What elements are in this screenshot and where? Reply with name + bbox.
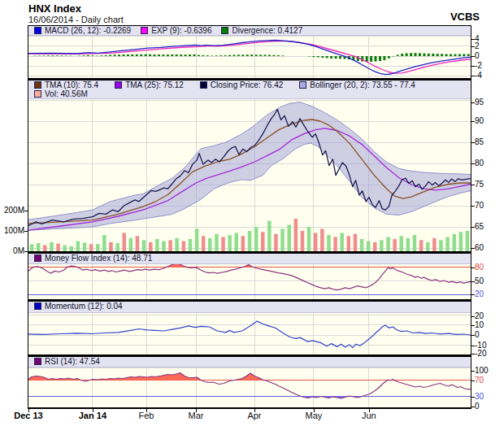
y-axis-label: 2 (475, 42, 502, 50)
axis-tick (471, 316, 475, 317)
chart-subtitle: 16/06/2014 - Daily chart (28, 15, 124, 24)
legend-label: Bollinger (20, 2): 73.55 - 77.4 (310, 80, 415, 89)
mfi-swatch (34, 254, 41, 262)
y-axis-label: 50 (475, 277, 502, 285)
axis-tick (471, 39, 475, 40)
axis-tick (471, 407, 475, 407)
legend-item: RSI (14): 47.54 (34, 357, 100, 366)
bollinger-swatch (299, 81, 306, 89)
legend-rsi: RSI (14): 47.54 (28, 357, 471, 368)
y-axis-label: 90 (475, 117, 502, 125)
axis-tick (471, 381, 475, 381)
volume-swatch (34, 90, 41, 98)
axis-tick (471, 163, 475, 164)
axis-tick (471, 335, 475, 336)
closing-price-swatch (200, 81, 207, 89)
axis-tick (471, 46, 475, 47)
legend-mom: Momentum (12): 0.04 (28, 302, 471, 313)
y-axis-label: 10 (475, 321, 502, 329)
y-axis-label: 0 (475, 331, 502, 339)
y-axis-label: 70 (475, 202, 502, 210)
mfi-plot (28, 264, 471, 299)
y-axis-label: -2 (475, 62, 502, 70)
legend-item: Money Flow Index (14): 48.71 (34, 254, 152, 263)
y-axis-label: 80 (475, 263, 502, 272)
volume-axis-label: 100M (0, 227, 24, 235)
exp-swatch (141, 27, 148, 34)
y-axis-label: 80 (475, 159, 502, 167)
axis-tick (196, 409, 197, 412)
y-axis-label: 30 (475, 393, 502, 401)
macd-swatch (34, 27, 41, 34)
momentum-swatch (34, 302, 41, 310)
y-axis-label: -10 (475, 341, 502, 350)
y-axis-label: 0 (475, 52, 502, 60)
mom-plot (28, 313, 471, 355)
macd-plot (28, 36, 471, 78)
legend-label: Closing Price: 76.42 (211, 80, 284, 89)
main-plot (28, 99, 471, 251)
divergence-swatch (221, 27, 228, 34)
legend-item: Closing Price: 76.42 (200, 80, 284, 89)
legend-label: Divergence: 0.4127 (232, 26, 302, 35)
chart-panel-macd: MACD (26, 12): -0.2269EXP (9): -0.6396Di… (28, 25, 471, 80)
page-title: HNX Index (28, 2, 81, 15)
legend-label: Money Flow Index (14): 48.71 (45, 254, 152, 263)
axis-tick (471, 354, 475, 355)
y-axis-label: 20 (475, 312, 502, 320)
legend-label: RSI (14): 47.54 (45, 357, 100, 366)
brand-logo: VCBS (450, 11, 480, 23)
axis-tick (471, 346, 475, 346)
axis-tick (471, 56, 475, 57)
legend-label: MACD (26, 12): -0.2269 (45, 26, 131, 35)
legend-label: TMA (10): 75.4 (45, 80, 98, 89)
axis-tick (471, 227, 475, 228)
axis-tick (28, 409, 29, 412)
axis-tick (471, 206, 475, 207)
axis-tick (471, 294, 475, 295)
axis-tick (471, 281, 475, 282)
y-axis-label: 100 (475, 367, 502, 375)
legend-item: TMA (10): 75.4 (34, 80, 98, 89)
legend-main: TMA (10): 75.4TMA (25): 75.12Closing Pri… (28, 80, 471, 99)
chart-panel-rsi: RSI (14): 47.54 (28, 356, 471, 409)
axis-tick (314, 409, 315, 412)
axis-tick (369, 409, 370, 412)
axis-tick (93, 409, 93, 412)
axis-tick (471, 185, 475, 185)
chart-panel-mfi: Money Flow Index (14): 48.71 (28, 253, 471, 301)
legend-label: Momentum (12): 0.04 (45, 302, 123, 311)
legend-item: Vol: 40.56M (34, 89, 88, 98)
rsi-plot (28, 368, 471, 407)
chart-panel-main: TMA (10): 75.4TMA (25): 75.12Closing Pri… (28, 80, 471, 253)
axis-tick (254, 409, 255, 412)
y-axis-label: -20 (475, 350, 502, 358)
tma25-swatch (115, 81, 122, 89)
axis-tick (471, 248, 475, 249)
legend-item: Momentum (12): 0.04 (34, 302, 123, 311)
legend-label: EXP (9): -0.6396 (151, 26, 211, 35)
axis-tick (24, 231, 28, 232)
axis-tick (471, 121, 475, 122)
legend-item: TMA (25): 75.12 (115, 80, 184, 89)
legend-item: MACD (26, 12): -0.2269 (34, 26, 131, 35)
y-axis-label: 60 (475, 244, 502, 252)
legend-macd: MACD (26, 12): -0.2269EXP (9): -0.6396Di… (28, 26, 471, 36)
axis-tick (471, 66, 475, 67)
legend-item: Divergence: 0.4127 (221, 26, 302, 35)
axis-tick (146, 409, 147, 412)
volume-axis-label: 200M (0, 207, 24, 215)
axis-tick (471, 142, 475, 143)
y-axis-label: 65 (475, 223, 502, 231)
y-axis-label: 20 (475, 290, 502, 298)
axis-tick (471, 102, 475, 103)
axis-tick (471, 397, 475, 398)
axis-tick (471, 268, 475, 268)
volume-axis-label: 0M (0, 247, 24, 255)
y-axis-label: -4 (475, 72, 502, 80)
legend-item: Bollinger (20, 2): 73.55 - 77.4 (299, 80, 415, 89)
axis-tick (471, 76, 475, 76)
axis-tick (471, 371, 475, 372)
y-axis-label: 85 (475, 138, 502, 146)
y-axis-label: 70 (475, 376, 502, 385)
